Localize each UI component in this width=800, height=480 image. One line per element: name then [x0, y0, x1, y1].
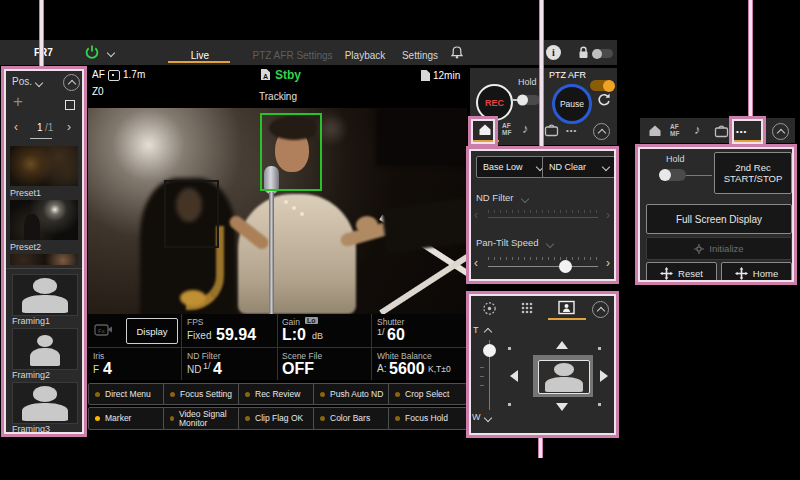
- tab-grid-icon[interactable]: [520, 301, 534, 315]
- tab-af-mf[interactable]: AF MF: [670, 123, 679, 137]
- initialize-button[interactable]: Initialize: [646, 237, 792, 260]
- preset1-thumbnail[interactable]: [10, 146, 78, 186]
- diagonal-dot[interactable]: [508, 403, 511, 406]
- add-preset-icon[interactable]: +: [13, 92, 23, 112]
- nd-slider-track[interactable]: [488, 217, 598, 218]
- assign-button-video-signal-monitor[interactable]: Video Signal Monitor: [163, 407, 242, 430]
- speed-slider-decrease[interactable]: ‹: [474, 258, 478, 268]
- tracking-frame-active[interactable]: [260, 113, 322, 191]
- display-button[interactable]: Display: [126, 318, 178, 344]
- tab-playback[interactable]: Playback: [340, 45, 390, 63]
- assign-button-clip-flag-ok[interactable]: Clip Flag OK: [238, 407, 317, 430]
- assign-button-rec-review[interactable]: Rec Review: [238, 383, 317, 405]
- move-cross-icon: [660, 267, 673, 280]
- nd-preset-dropdown[interactable]: ND Clear: [542, 156, 616, 178]
- collapse-panel-button[interactable]: [772, 123, 789, 140]
- reset-button[interactable]: Reset: [646, 262, 717, 285]
- pan-left-arrow[interactable]: [510, 370, 518, 382]
- section-chevron-down-icon[interactable]: [521, 195, 529, 203]
- status-cell-white-balance[interactable]: White Balance A: 5600 K,T±0: [376, 348, 466, 380]
- preset-type-chevron-down-icon[interactable]: [35, 79, 43, 87]
- svg-text:Fx: Fx: [98, 328, 105, 334]
- rec-button[interactable]: REC: [476, 84, 513, 121]
- base-sensitivity-dropdown[interactable]: Base Low: [476, 156, 550, 178]
- collapse-panel-button[interactable]: [63, 74, 80, 91]
- speed-slider-track[interactable]: [488, 266, 598, 267]
- second-rec-hold-toggle[interactable]: [660, 169, 686, 181]
- framing2-thumbnail[interactable]: [12, 328, 78, 370]
- tab-joystick-icon[interactable]: [482, 301, 497, 316]
- tab-audio-icon[interactable]: ♪: [694, 122, 701, 137]
- page-next-icon[interactable]: ›: [67, 122, 71, 132]
- tab-ptz-afr-settings[interactable]: PTZ AFR Settings: [240, 45, 345, 63]
- framing-pad-inner[interactable]: [538, 360, 590, 394]
- stop-square-icon[interactable]: [65, 100, 75, 110]
- zoom-position: Z0: [92, 86, 104, 97]
- assign-button-direct-menu[interactable]: Direct Menu: [88, 383, 167, 405]
- tab-framing-icon[interactable]: [558, 300, 575, 315]
- rec-hold-toggle[interactable]: [518, 95, 540, 105]
- ptz-afr-toggle[interactable]: [590, 80, 614, 91]
- status-cell-scene-file[interactable]: Scene File OFF: [281, 348, 371, 380]
- tab-settings[interactable]: Settings: [396, 45, 444, 63]
- cell-unit: dB: [312, 331, 323, 341]
- tab-home-icon[interactable]: [478, 123, 492, 136]
- status-cell-nd-filter[interactable]: ND Filter ND 1/ 4: [186, 348, 276, 380]
- status-cell-gain[interactable]: Gain Lo L:0 dB: [281, 314, 369, 347]
- tab-playback-label: Playback: [345, 50, 386, 61]
- assign-button-color-bars[interactable]: Color Bars: [313, 407, 392, 430]
- restart-tracking-icon[interactable]: [596, 92, 612, 108]
- tab-audio-icon[interactable]: ♪: [522, 121, 529, 136]
- collapse-panel-button[interactable]: [593, 123, 610, 140]
- diagonal-dot[interactable]: [598, 347, 601, 350]
- status-cell-iris[interactable]: Iris F 4: [92, 348, 178, 380]
- zoom-tick: [480, 367, 484, 368]
- pause-button[interactable]: Pause: [552, 84, 592, 124]
- assign-led: [320, 416, 325, 421]
- framing3-thumbnail[interactable]: [12, 382, 78, 424]
- section-chevron-down-icon[interactable]: [546, 240, 554, 248]
- tab-af-mf[interactable]: AF MF: [502, 122, 511, 136]
- status-cell-shutter[interactable]: Shutter 1/ 60: [376, 314, 466, 347]
- tab-more-icon[interactable]: •••: [736, 127, 747, 136]
- notification-bell-icon[interactable]: [450, 45, 464, 60]
- speed-slider-thumb[interactable]: [559, 260, 572, 273]
- preset3-thumbnail-partial[interactable]: [10, 254, 78, 265]
- nd-slider-increase[interactable]: ›: [606, 210, 610, 220]
- assign-button-push-auto-nd[interactable]: Push Auto ND: [313, 383, 392, 405]
- tab-camera-icon[interactable]: [544, 123, 559, 137]
- nd-slider-decrease[interactable]: ‹: [474, 210, 478, 220]
- tab-more-icon[interactable]: •••: [566, 126, 577, 135]
- speed-slider-increase[interactable]: ›: [606, 258, 610, 268]
- cell-prefix: ND: [187, 364, 201, 375]
- assign-button-focus-setting[interactable]: Focus Setting: [163, 383, 242, 405]
- tilt-down-arrow[interactable]: [556, 403, 568, 411]
- screen-lock-toggle[interactable]: [593, 49, 613, 58]
- page-prev-icon[interactable]: ‹: [14, 122, 18, 132]
- zoom-tele-chevron-up-icon[interactable]: [484, 328, 492, 336]
- assign-button-marker[interactable]: Marker: [88, 407, 167, 430]
- status-cell-fps[interactable]: FPS Fixed 59.94: [186, 314, 276, 347]
- pan-right-arrow[interactable]: [600, 370, 608, 382]
- power-icon[interactable]: [84, 44, 100, 60]
- preset2-thumbnail[interactable]: [10, 200, 78, 240]
- tracking-frame-candidate[interactable]: [164, 180, 219, 248]
- second-rec-start-stop-button[interactable]: 2nd Rec START/STOP: [714, 152, 792, 194]
- tilt-up-arrow[interactable]: [556, 341, 568, 349]
- power-menu-chevron-down-icon[interactable]: [107, 49, 115, 57]
- full-screen-display-button[interactable]: Full Screen Display: [646, 204, 792, 234]
- zoom-wide-chevron-down-icon[interactable]: [484, 414, 492, 422]
- home-position-button[interactable]: Home: [721, 262, 792, 285]
- live-video-view[interactable]: [88, 108, 467, 314]
- diagonal-dot[interactable]: [598, 403, 601, 406]
- tab-camera-icon[interactable]: [714, 124, 729, 138]
- tab-home-icon[interactable]: [648, 124, 662, 137]
- info-icon[interactable]: i: [546, 45, 561, 60]
- framing1-thumbnail[interactable]: [12, 274, 78, 316]
- diagonal-dot[interactable]: [508, 347, 511, 350]
- record-status: Stby: [275, 68, 301, 82]
- assign-button-focus-hold[interactable]: Focus Hold: [388, 407, 467, 430]
- zoom-slider-thumb[interactable]: [483, 344, 496, 357]
- assign-button-crop-select[interactable]: Crop Select: [388, 383, 467, 405]
- collapse-panel-button[interactable]: [592, 301, 609, 318]
